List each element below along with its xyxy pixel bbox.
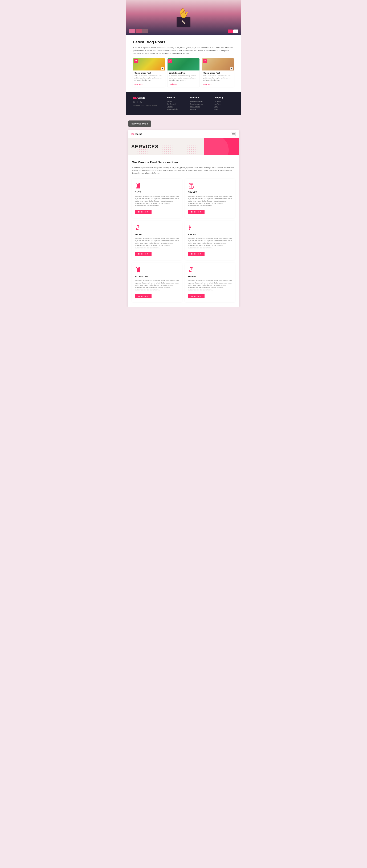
blog-section: Latest Blog Posts A barber is a person w…	[126, 35, 241, 92]
footer-link-dhaka[interactable]: Dhaka	[214, 108, 234, 110]
footer-company-title: Company	[214, 96, 234, 99]
nav-logo-bar: Bar	[131, 133, 135, 135]
twitter-icon[interactable]: 𝕏	[133, 101, 135, 103]
read-more-2[interactable]: Read More	[169, 83, 177, 85]
beard-icon	[188, 225, 232, 231]
trining-icon	[188, 267, 232, 274]
beard-book-button[interactable]: BOOK NOW	[188, 252, 204, 256]
services-hero: SERVICES	[128, 138, 239, 155]
hero-section: ✋ 🦴 ← →	[126, 0, 241, 35]
wash-icon	[135, 225, 179, 231]
blog-post-content-3: Single Image Post In the same instan bar…	[202, 70, 234, 87]
blog-post-title-3: Single Image Post	[203, 72, 232, 74]
trining-book-button[interactable]: BOOK NOW	[188, 294, 204, 299]
services-hero-left: SERVICES	[128, 138, 204, 155]
date-badge-2: 27 Aug	[168, 59, 172, 63]
svg-rect-1	[137, 184, 138, 188]
blog-post-content-2: Single Image Post In the same instan bar…	[168, 70, 199, 87]
blog-post-text-1: In the same instan barbershop are also p…	[135, 75, 164, 82]
date-badge-3: 29 Aug	[203, 59, 207, 63]
wash-text: A barber is person whose occupation is m…	[135, 238, 179, 249]
footer-company-col: Company Los Vegas New York Tokyo Dhaka	[214, 96, 234, 111]
blog-post-title-2: Single Image Post	[169, 72, 198, 74]
hero-prev-button[interactable]: ←	[228, 30, 233, 33]
read-more-1[interactable]: Read More	[135, 83, 142, 85]
blog-post-card: 27 Aug Single Image Post In the same ins…	[168, 58, 199, 87]
footer-link-cooding[interactable]: Cooding	[167, 106, 187, 107]
footer-link-microfinance[interactable]: Micro Finance	[190, 106, 210, 107]
blog-post-title-1: Single Image Post	[135, 72, 164, 74]
blog-posts-grid: 23 Aug 📷 Single Image Post In the same i…	[133, 58, 234, 87]
mustache-book-button[interactable]: BOOK NOW	[135, 294, 151, 299]
instagram-icon[interactable]: ◎	[140, 101, 142, 103]
date-badge-1: 23 Aug	[134, 59, 138, 63]
footer-brand: BarBeraz 𝕏 in ◎ © Copyright @2019. All r…	[133, 96, 163, 111]
blog-post-text-3: In the same instan barbershop are also p…	[203, 75, 232, 82]
hamburger-menu[interactable]	[231, 132, 236, 136]
footer-link-tokyo[interactable]: Tokyo	[214, 106, 234, 107]
services-desc: A barber is a person whose occupation is…	[132, 166, 235, 175]
services-hero-title: SERVICES	[131, 144, 159, 150]
beard-name: BEARD	[188, 233, 232, 236]
read-more-3[interactable]: Read More	[203, 83, 211, 85]
mustache-name: MUSTACHE	[135, 275, 179, 278]
footer-link-rent[interactable]: Rent Management	[190, 103, 210, 105]
hero-thumb-3	[142, 29, 148, 33]
mustache-icon	[135, 267, 179, 274]
blog-post-card: 29 Aug 📷 Single Image Post In the same i…	[202, 58, 234, 87]
hero-nav-buttons: ← →	[228, 30, 238, 33]
blog-post-image-1: 23 Aug 📷	[133, 58, 165, 70]
hero-image: ✋ 🦴 ← →	[126, 0, 241, 35]
service-card-beard: BEARD A barber is person whose occupatio…	[185, 221, 235, 260]
svg-rect-5	[190, 183, 193, 184]
svg-rect-20	[139, 267, 140, 272]
hero-next-button[interactable]: →	[233, 30, 238, 33]
svg-rect-8	[137, 225, 139, 228]
hero-thumbnails	[129, 29, 148, 33]
service-card-wash: WASH A barber is person whose occupation…	[132, 221, 182, 260]
shaves-book-button[interactable]: BOOK NOW	[188, 210, 204, 214]
wash-book-button[interactable]: BOOK NOW	[135, 252, 151, 256]
svg-rect-2	[139, 183, 140, 188]
trining-text: A barber is person whose occupation is m…	[188, 279, 232, 291]
cuts-text: A barber is person whose occupation is m…	[135, 195, 179, 207]
footer-link-hotel[interactable]: Hotel Management	[190, 100, 210, 102]
footer-link-industry[interactable]: Industry	[190, 108, 210, 110]
blog-title: Latest Blog Posts	[133, 40, 234, 44]
services-page-label-section: Services Page	[126, 115, 241, 130]
svg-rect-22	[190, 268, 192, 270]
cuts-name: CUTS	[135, 191, 179, 193]
footer-services-col: Services Design Development Cooding Digi…	[167, 96, 187, 111]
service-card-cuts: CUTS A barber is person whose occupation…	[132, 179, 182, 218]
footer-products-col: Products Hotel Management Rent Managemen…	[190, 96, 210, 111]
footer-logo: BarBeraz	[133, 96, 163, 99]
svg-rect-18	[136, 268, 137, 272]
service-card-trining: TRINING A barber is person whose occupat…	[185, 263, 235, 302]
footer-logo-beraz: Beraz	[138, 96, 145, 99]
footer-link-development[interactable]: Development	[167, 103, 187, 105]
cuts-icon	[135, 182, 179, 189]
services-nav: BarBeraz	[128, 130, 239, 138]
services-page: BarBeraz SERVICES We Provide Best Servic…	[128, 130, 239, 307]
services-heading: We Provide Best Services Ever	[132, 161, 235, 164]
blog-post-card: 23 Aug 📷 Single Image Post In the same i…	[133, 58, 165, 87]
hero-figure: ✋ 🦴 ← →	[126, 0, 241, 35]
shaves-text: A barber is person whose occupation is m…	[188, 195, 232, 207]
footer-link-digital-marketing[interactable]: Digital Marketing	[167, 108, 187, 110]
hero-thumb-1	[129, 29, 135, 33]
linkedin-icon[interactable]: in	[137, 101, 138, 103]
blog-post-image-3: 29 Aug 📷	[202, 58, 234, 70]
svg-rect-19	[137, 268, 138, 272]
cuts-book-button[interactable]: BOOK NOW	[135, 210, 151, 214]
footer-products-title: Products	[190, 96, 210, 99]
services-nav-logo: BarBeraz	[131, 133, 142, 135]
services-content: We Provide Best Services Ever A barber i…	[128, 155, 239, 307]
beard-text: A barber is person whose occupation is m…	[188, 238, 232, 249]
footer-link-newyork[interactable]: New York	[214, 103, 234, 105]
services-cards-grid: CUTS A barber is person whose occupation…	[132, 179, 235, 302]
service-card-mustache: MUSTACHE A barber is person whose occupa…	[132, 263, 182, 302]
hamburger-line-1	[232, 133, 235, 133]
footer-link-design[interactable]: Design	[167, 100, 187, 102]
footer-link-lasvegas[interactable]: Los Vegas	[214, 100, 234, 102]
svg-rect-0	[136, 183, 137, 188]
